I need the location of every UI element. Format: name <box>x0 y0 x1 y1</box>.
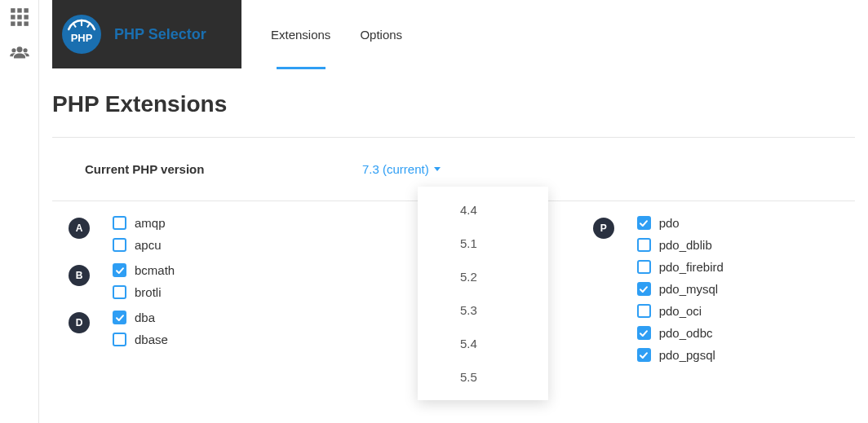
version-row: Current PHP version 7.3 (current) 4.45.1… <box>52 138 855 200</box>
ext-item: brotli <box>113 285 175 299</box>
svg-point-9 <box>16 46 22 52</box>
ext-checkbox[interactable] <box>637 304 651 318</box>
ext-checkbox[interactable] <box>637 238 651 252</box>
ext-items: amqpapcu <box>113 216 166 252</box>
ext-checkbox[interactable] <box>637 282 651 296</box>
letter-badge: D <box>69 312 90 333</box>
ext-label: dba <box>135 311 155 324</box>
ext-item: dbase <box>113 333 168 346</box>
svg-rect-1 <box>17 8 21 12</box>
ext-item: pdo_firebird <box>637 260 724 274</box>
php-logo-icon: PHP <box>62 15 101 54</box>
letter-badge: P <box>593 218 614 239</box>
brand: PHP PHP Selector <box>52 0 241 68</box>
ext-item: amqp <box>113 216 166 230</box>
ext-checkbox[interactable] <box>113 311 126 324</box>
ext-label: pdo_mysql <box>659 282 719 296</box>
ext-label: pdo_oci <box>659 304 702 318</box>
ext-items: dbadbase <box>113 311 168 346</box>
svg-point-11 <box>23 48 27 52</box>
version-value-text: 7.3 (current) <box>362 162 429 176</box>
version-option[interactable]: 5.4 <box>418 327 548 360</box>
tab-extensions[interactable]: Extensions <box>271 0 330 68</box>
ext-checkbox[interactable] <box>113 216 126 230</box>
ext-label: pdo_dblib <box>659 238 712 252</box>
ext-item: pdo_oci <box>637 304 724 318</box>
ext-group: Ddbadbase <box>69 311 330 346</box>
ext-checkbox[interactable] <box>637 260 651 274</box>
users-icon[interactable] <box>9 42 30 64</box>
ext-items: pdopdo_dblibpdo_firebirdpdo_mysqlpdo_oci… <box>637 216 724 362</box>
ext-item: pdo_pgsql <box>637 348 724 362</box>
caret-down-icon <box>434 167 441 171</box>
ext-checkbox[interactable] <box>113 285 126 299</box>
ext-col: AamqpapcuBbcmathbrotliDdbadbase <box>69 216 330 373</box>
ext-item: dba <box>113 311 168 324</box>
svg-point-10 <box>11 48 16 52</box>
ext-group: Aamqpapcu <box>69 216 330 252</box>
ext-item: pdo_dblib <box>637 238 724 252</box>
ext-checkbox[interactable] <box>637 348 651 362</box>
ext-item: pdo_mysql <box>637 282 724 296</box>
version-selector[interactable]: 7.3 (current) <box>362 162 441 176</box>
apps-grid-icon[interactable] <box>9 7 30 28</box>
ext-items: bcmathbrotli <box>113 263 175 299</box>
tab-options[interactable]: Options <box>360 0 402 68</box>
version-option[interactable]: 5.5 <box>418 360 548 394</box>
ext-label: dbase <box>135 333 168 346</box>
ext-group: Ppdopdo_dblibpdo_firebirdpdo_mysqlpdo_oc… <box>593 216 855 362</box>
ext-label: apcu <box>135 238 162 252</box>
ext-checkbox[interactable] <box>113 263 126 277</box>
ext-col: Ppdopdo_dblibpdo_firebirdpdo_mysqlpdo_oc… <box>593 216 855 373</box>
ext-checkbox[interactable] <box>637 326 651 340</box>
ext-checkbox[interactable] <box>113 333 126 346</box>
svg-rect-7 <box>17 21 21 25</box>
ext-label: pdo_odbc <box>659 326 713 340</box>
version-label: Current PHP version <box>85 162 362 176</box>
left-rail <box>0 0 39 423</box>
svg-rect-6 <box>11 21 15 25</box>
svg-text:PHP: PHP <box>71 32 93 44</box>
svg-rect-3 <box>11 15 15 19</box>
letter-badge: A <box>69 218 90 239</box>
ext-label: pdo <box>659 216 680 230</box>
svg-rect-8 <box>24 21 28 25</box>
ext-label: pdo_firebird <box>659 260 724 274</box>
svg-rect-5 <box>24 15 28 19</box>
ext-label: brotli <box>135 285 162 299</box>
ext-group: Bbcmathbrotli <box>69 263 330 299</box>
version-option[interactable]: 4.4 <box>418 193 548 227</box>
brand-title: PHP Selector <box>114 26 206 43</box>
version-option[interactable]: 5.3 <box>418 293 548 327</box>
ext-checkbox[interactable] <box>637 216 651 230</box>
ext-item: bcmath <box>113 263 175 277</box>
svg-rect-2 <box>24 8 28 12</box>
topbar: PHP PHP Selector Extensions Options <box>39 0 868 68</box>
letter-badge: B <box>69 265 90 286</box>
ext-checkbox[interactable] <box>113 238 126 252</box>
version-option[interactable]: 5.1 <box>418 227 548 260</box>
ext-label: pdo_pgsql <box>659 348 715 362</box>
ext-label: bcmath <box>135 263 175 277</box>
version-option[interactable]: 5.2 <box>418 260 548 293</box>
ext-item: pdo_odbc <box>637 326 724 340</box>
page-title: PHP Extensions <box>52 91 855 117</box>
svg-rect-4 <box>17 15 21 19</box>
tabs: Extensions Options <box>241 0 402 68</box>
ext-item: pdo <box>637 216 724 230</box>
ext-label: amqp <box>135 216 166 230</box>
version-dropdown: 4.45.15.25.35.45.5 <box>418 187 548 400</box>
ext-item: apcu <box>113 238 166 252</box>
svg-rect-0 <box>11 8 15 12</box>
